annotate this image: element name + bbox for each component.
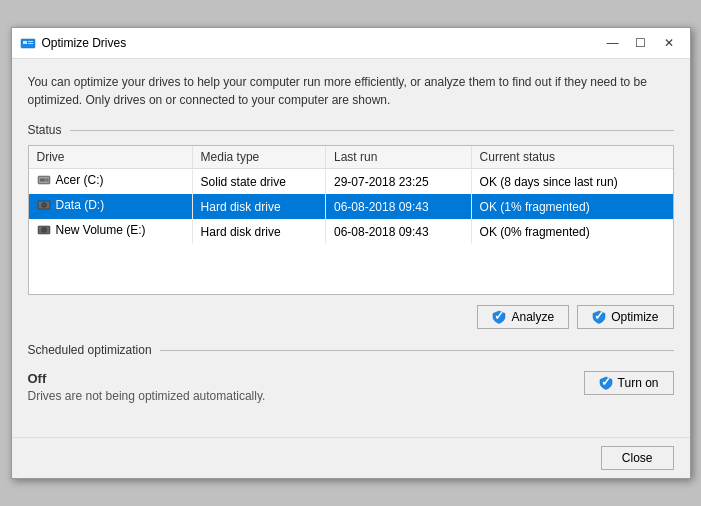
svg-rect-1: [23, 41, 27, 44]
drive-cell: Acer (C:): [29, 169, 193, 195]
optimize-shield-icon: ✓: [592, 310, 606, 324]
drive-cell: New Volume (E:): [29, 219, 193, 244]
media-type-cell: Solid state drive: [192, 169, 325, 195]
analyze-label: Analyze: [511, 310, 554, 324]
drive-name: New Volume (E:): [56, 223, 146, 237]
maximize-button[interactable]: ☐: [628, 34, 654, 52]
status-cell: OK (0% fragmented): [471, 219, 672, 244]
media-type-cell: Hard disk drive: [192, 219, 325, 244]
svg-text:✓: ✓: [494, 310, 504, 323]
turn-on-label: Turn on: [618, 376, 659, 390]
scheduled-section-header: Scheduled optimization: [28, 343, 674, 357]
table-header: Drive Media type Last run Current status: [29, 146, 673, 169]
title-bar: Optimize Drives — ☐ ✕: [12, 28, 690, 59]
drive-icon: Acer (C:): [37, 173, 104, 187]
col-drive: Drive: [29, 146, 193, 169]
scheduled-desc: Drives are not being optimized automatic…: [28, 389, 584, 403]
svg-point-7: [45, 179, 48, 182]
media-type-cell: Hard disk drive: [192, 194, 325, 219]
drive-icon: Data (D:): [37, 198, 105, 212]
last-run-cell: 29-07-2018 23:25: [325, 169, 471, 195]
scheduled-status: Off: [28, 371, 584, 386]
scheduled-info: Off Drives are not being optimized autom…: [28, 371, 584, 403]
analyze-shield-icon: ✓: [492, 310, 506, 324]
table-row[interactable]: Acer (C:)Solid state drive29-07-2018 23:…: [29, 169, 673, 195]
scheduled-section: Scheduled optimization Off Drives are no…: [28, 343, 674, 409]
status-cell: OK (8 days since last run): [471, 169, 672, 195]
close-window-button[interactable]: ✕: [656, 34, 682, 52]
svg-rect-6: [40, 179, 45, 182]
window-controls: — ☐ ✕: [600, 34, 682, 52]
drive-name: Data (D:): [56, 198, 105, 212]
turn-on-button[interactable]: ✓ Turn on: [584, 371, 674, 395]
window-icon: [20, 35, 36, 51]
svg-text:✓: ✓: [594, 310, 604, 323]
ssd-drive-icon: [37, 173, 51, 187]
description-text: You can optimize your drives to help you…: [28, 73, 674, 109]
table-row[interactable]: New Volume (E:)Hard disk drive06-08-2018…: [29, 219, 673, 244]
hdd-drive-icon: [37, 223, 51, 237]
svg-text:✓: ✓: [601, 376, 611, 389]
scheduled-row: Off Drives are not being optimized autom…: [28, 371, 674, 403]
svg-point-16: [43, 229, 45, 231]
analyze-button[interactable]: ✓ Analyze: [477, 305, 569, 329]
scheduled-label: Scheduled optimization: [28, 343, 152, 357]
scheduled-btn-area: ✓ Turn on: [584, 371, 674, 395]
svg-rect-2: [28, 41, 33, 42]
col-media-type: Media type: [192, 146, 325, 169]
table-body: Acer (C:)Solid state drive29-07-2018 23:…: [29, 169, 673, 245]
footer: Close: [12, 437, 690, 478]
status-label: Status: [28, 123, 62, 137]
main-content: You can optimize your drives to help you…: [12, 59, 690, 437]
window-title: Optimize Drives: [42, 36, 600, 50]
optimize-button[interactable]: ✓ Optimize: [577, 305, 673, 329]
svg-rect-3: [28, 43, 33, 44]
svg-point-11: [43, 204, 45, 206]
close-button[interactable]: Close: [601, 446, 674, 470]
col-last-run: Last run: [325, 146, 471, 169]
scheduled-divider-line: [160, 350, 674, 351]
status-section-header: Status: [28, 123, 674, 137]
optimize-label: Optimize: [611, 310, 658, 324]
hdd-drive-icon: [37, 198, 51, 212]
turn-on-shield-icon: ✓: [599, 376, 613, 390]
drives-table: Drive Media type Last run Current status…: [29, 146, 673, 244]
status-cell: OK (1% fragmented): [471, 194, 672, 219]
last-run-cell: 06-08-2018 09:43: [325, 194, 471, 219]
last-run-cell: 06-08-2018 09:43: [325, 219, 471, 244]
status-divider-line: [70, 130, 674, 131]
table-row[interactable]: Data (D:)Hard disk drive06-08-2018 09:43…: [29, 194, 673, 219]
optimize-drives-window: Optimize Drives — ☐ ✕ You can optimize y…: [11, 27, 691, 479]
drive-icon: New Volume (E:): [37, 223, 146, 237]
drive-actions-row: ✓ Analyze ✓ Optimize: [28, 305, 674, 329]
minimize-button[interactable]: —: [600, 34, 626, 52]
drives-table-container[interactable]: Drive Media type Last run Current status…: [28, 145, 674, 295]
col-current-status: Current status: [471, 146, 672, 169]
drive-cell: Data (D:): [29, 194, 193, 219]
header-row: Drive Media type Last run Current status: [29, 146, 673, 169]
scheduled-content: Off Drives are not being optimized autom…: [28, 365, 674, 409]
drive-name: Acer (C:): [56, 173, 104, 187]
